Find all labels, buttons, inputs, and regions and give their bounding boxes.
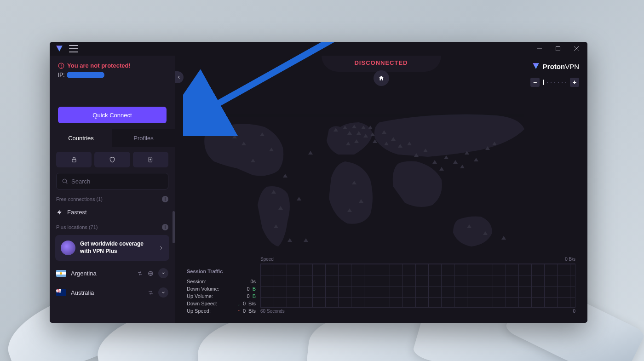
down-speed-value: 0: [243, 301, 246, 306]
tab-profiles[interactable]: Profiles: [112, 129, 175, 147]
home-icon: [378, 75, 385, 81]
server-row-argentina[interactable]: Argentina: [50, 264, 175, 283]
brand-name-2: VPN: [565, 63, 579, 70]
country-name: Argentina: [71, 270, 97, 277]
arrow-down-icon: ↓: [237, 301, 240, 306]
zoom-in-button[interactable]: +: [570, 78, 579, 87]
plus-locations-label: Plus locations (71): [56, 224, 98, 230]
speed-x-left: 60 Seconds: [260, 309, 285, 314]
ip-value-redacted: [67, 72, 104, 78]
speed-y-max: 0 B/s: [565, 257, 575, 262]
session-value: 0s: [250, 279, 256, 284]
down-volume-label: Down Volume:: [187, 286, 219, 292]
speed-title: Speed: [260, 257, 274, 262]
server-row-australia[interactable]: Australia: [50, 283, 175, 302]
app-window: You are not protected! IP: Quick Connect…: [50, 42, 587, 323]
svg-point-6: [61, 67, 62, 67]
svg-rect-7: [72, 159, 76, 162]
expand-button[interactable]: [158, 287, 168, 298]
chevron-right-icon: [158, 245, 164, 251]
connection-status-text: DISCONNECTED: [322, 56, 441, 72]
upsell-icon: [61, 241, 75, 255]
svg-line-10: [66, 182, 67, 183]
up-volume-label: Up Volume:: [187, 293, 213, 299]
up-volume-value: 0: [247, 293, 250, 299]
ip-label: IP:: [58, 72, 65, 78]
info-icon[interactable]: i: [162, 224, 168, 230]
filter-port-forwarding-button[interactable]: [133, 152, 168, 167]
speed-chart-grid: [260, 264, 575, 308]
warning-icon: [58, 63, 64, 69]
info-icon[interactable]: i: [162, 196, 168, 202]
filter-netshield-button[interactable]: [94, 152, 130, 167]
p2p-icon: [137, 270, 143, 276]
up-speed-label: Up Speed:: [187, 308, 211, 314]
expand-button[interactable]: [158, 268, 168, 278]
brand-label: ProtonVPN: [532, 62, 579, 70]
filter-secure-core-button[interactable]: [56, 152, 92, 167]
app-logo-icon: [55, 45, 63, 53]
window-minimize-button[interactable]: [530, 42, 549, 56]
server-fastest-label: Fastest: [67, 209, 87, 216]
zoom-level-indicator: [540, 80, 569, 85]
chevron-left-icon: [177, 75, 181, 80]
window-close-button[interactable]: [567, 42, 586, 56]
collapse-sidebar-button[interactable]: [175, 71, 184, 83]
speed-x-right: 0: [573, 309, 575, 314]
main-panel: DISCONNECTED ProtonVPN − +: [175, 56, 587, 323]
window-maximize-button[interactable]: [549, 42, 567, 56]
upsell-card[interactable]: Get worldwide coverage with VPN Plus: [55, 235, 169, 261]
arrow-up-icon: ↑: [237, 308, 240, 314]
world-map[interactable]: [189, 102, 570, 258]
ip-display: IP:: [58, 72, 167, 78]
titlebar: [50, 42, 587, 56]
zoom-control: − +: [530, 78, 579, 87]
port-forwarding-icon: [147, 156, 154, 163]
zoom-out-button[interactable]: −: [530, 78, 540, 87]
connection-status-banner: DISCONNECTED: [322, 56, 441, 72]
bolt-icon: [56, 209, 63, 216]
shield-icon: [109, 156, 115, 163]
flag-australia-icon: [56, 289, 66, 296]
svg-rect-1: [556, 47, 560, 51]
session-traffic-panel: Session Traffic Session:0s Down Volume:0…: [187, 269, 256, 315]
session-label: Session:: [187, 279, 206, 284]
free-connections-label: Free connections (1): [56, 196, 103, 202]
p2p-icon: [148, 290, 154, 296]
svg-point-9: [63, 179, 66, 183]
protection-status: You are not protected!: [58, 62, 167, 69]
sidebar: You are not protected! IP: Quick Connect…: [50, 56, 175, 323]
quick-connect-button[interactable]: Quick Connect: [58, 107, 167, 123]
home-button[interactable]: [374, 70, 389, 86]
country-name: Australia: [71, 289, 94, 296]
down-speed-label: Down Speed:: [187, 301, 217, 306]
brand-name-1: Proton: [543, 63, 565, 70]
brand-logo-icon: [532, 62, 540, 70]
upsell-text: Get worldwide coverage with VPN Plus: [80, 241, 154, 255]
protection-status-text: You are not protected!: [67, 62, 131, 69]
traffic-title: Session Traffic: [187, 269, 256, 274]
search-input[interactable]: [56, 173, 168, 189]
down-volume-value: 0: [247, 286, 250, 292]
globe-icon: [148, 270, 154, 276]
speed-chart-panel: Speed 0 B/s 60 Seconds 0: [260, 257, 575, 315]
up-speed-value: 0: [243, 308, 246, 314]
tab-countries[interactable]: Countries: [50, 129, 112, 147]
search-icon: [62, 178, 68, 184]
server-row-fastest[interactable]: Fastest: [50, 204, 175, 220]
menu-button[interactable]: [69, 45, 78, 52]
lock-icon: [71, 156, 77, 163]
flag-argentina-icon: [56, 270, 66, 277]
